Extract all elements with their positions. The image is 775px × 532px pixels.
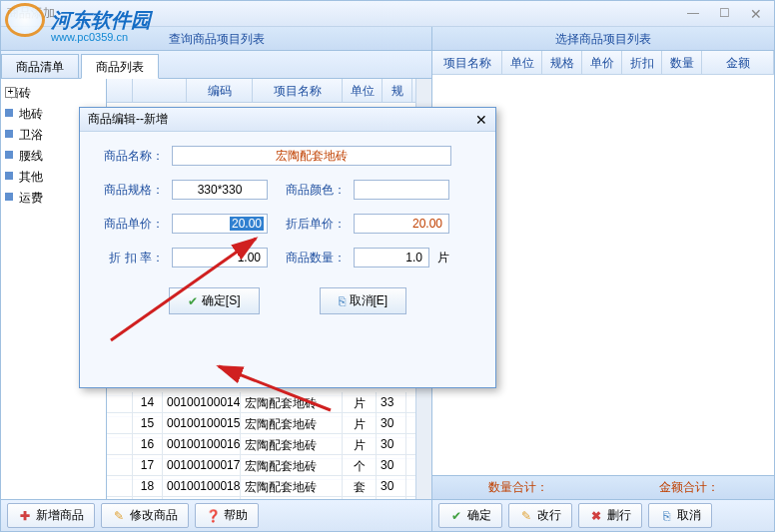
tab-product-summary[interactable]: 商品清单 <box>1 54 79 78</box>
discount-label: 折 扣 率： <box>100 250 164 266</box>
table-row[interactable]: 1400100100014宏陶配套地砖片33 <box>107 392 415 413</box>
add-icon: ✚ <box>18 509 32 523</box>
exit-icon: ⎘ <box>659 509 673 523</box>
x-icon: ✖ <box>589 509 603 523</box>
name-input[interactable] <box>172 146 451 166</box>
right-grid-header: 项目名称 单位 规格 单价 折扣 数量 金额 <box>432 51 774 75</box>
maximize-button[interactable]: ☐ <box>713 6 736 22</box>
table-row[interactable]: 1500100100015宏陶配套地砖片30 <box>107 413 415 434</box>
door-icon: ⎘ <box>339 294 346 308</box>
qty-total-label: 数量合计： <box>488 479 548 496</box>
qty-label: 商品数量： <box>276 250 346 266</box>
close-button[interactable]: ✕ <box>744 6 768 22</box>
discount-input[interactable] <box>172 248 268 267</box>
check-icon: ✔ <box>188 294 198 308</box>
color-label: 商品颜色： <box>276 182 346 199</box>
delete-row-button[interactable]: ✖删行 <box>578 503 642 528</box>
col-spec[interactable]: 规 <box>383 79 412 102</box>
totals-bar: 数量合计： 金额合计： <box>432 475 774 499</box>
right-toolbar: ✔确定 ✎改行 ✖删行 ⎘取消 <box>432 499 774 531</box>
table-row[interactable]: 1600100100016宏陶配套地砖片30 <box>107 434 415 455</box>
pencil-icon: ✎ <box>519 509 533 523</box>
cancel-button[interactable]: ⎘取消 <box>648 503 712 528</box>
table-row[interactable]: 1800100100018宏陶配套地砖套30 <box>107 476 415 497</box>
price-label: 商品单价： <box>100 216 164 233</box>
rcol-price[interactable]: 单价 <box>582 51 622 74</box>
left-panel-header: 查询商品项目列表 <box>1 27 431 51</box>
modal-cancel-button[interactable]: ⎘取消[E] <box>320 287 407 314</box>
check-icon: ✔ <box>449 509 463 523</box>
product-edit-modal: 商品编辑--新增 ✕ 商品名称： 商品规格： 商品颜色： 商品单价： 20.00… <box>79 107 496 388</box>
col-name[interactable]: 项目名称 <box>253 79 343 102</box>
rcol-amt[interactable]: 金额 <box>702 51 774 74</box>
col-idx <box>133 79 187 102</box>
modal-close-button[interactable]: ✕ <box>475 112 487 128</box>
tab-product-list[interactable]: 商品列表 <box>81 54 159 79</box>
amt-total-label: 金额合计： <box>659 479 719 496</box>
rcol-name[interactable]: 项目名称 <box>432 51 502 74</box>
modal-titlebar: 商品编辑--新增 ✕ <box>80 108 495 132</box>
col-blank <box>107 79 133 102</box>
tree-item-wall-tile[interactable]: 墙砖 <box>3 83 104 104</box>
right-panel-header: 选择商品项目列表 <box>432 27 774 51</box>
disc-price-input[interactable] <box>354 214 449 234</box>
window-title: 商品添加 <box>7 5 55 22</box>
modal-body: 商品名称： 商品规格： 商品颜色： 商品单价： 20.00 折后单价： 折 扣 … <box>80 132 495 328</box>
modal-title-text: 商品编辑--新增 <box>88 111 168 128</box>
qty-unit: 片 <box>437 250 449 266</box>
qty-input[interactable] <box>354 248 429 267</box>
main-window: 河东软件园 www.pc0359.cn 商品添加 — ☐ ✕ 查询商品项目列表 … <box>0 0 775 532</box>
titlebar: 商品添加 — ☐ ✕ <box>1 1 774 27</box>
price-input[interactable]: 20.00 <box>172 214 268 234</box>
help-icon: ❓ <box>206 509 220 523</box>
edit-icon: ✎ <box>112 509 126 523</box>
edit-product-button[interactable]: ✎修改商品 <box>101 503 189 528</box>
name-label: 商品名称： <box>100 148 164 165</box>
confirm-button[interactable]: ✔确定 <box>438 503 502 528</box>
rcol-spec[interactable]: 规格 <box>542 51 582 74</box>
modify-row-button[interactable]: ✎改行 <box>508 503 572 528</box>
disc-price-label: 折后单价： <box>276 216 346 233</box>
rcol-disc[interactable]: 折扣 <box>622 51 662 74</box>
rcol-unit[interactable]: 单位 <box>502 51 542 74</box>
modal-ok-button[interactable]: ✔确定[S] <box>169 287 260 314</box>
minimize-button[interactable]: — <box>681 6 705 22</box>
table-row[interactable]: 1700100100017宏陶配套地砖个30 <box>107 455 415 476</box>
rcol-qty[interactable]: 数量 <box>662 51 702 74</box>
color-input[interactable] <box>354 180 449 200</box>
col-code[interactable]: 编码 <box>187 79 253 102</box>
col-unit[interactable]: 单位 <box>343 79 383 102</box>
left-grid-header: 编码 项目名称 单位 规 <box>107 79 415 103</box>
left-toolbar: ✚新增商品 ✎修改商品 ❓帮助 <box>1 499 431 531</box>
spec-input[interactable] <box>172 180 268 200</box>
help-button[interactable]: ❓帮助 <box>195 503 259 528</box>
add-product-button[interactable]: ✚新增商品 <box>7 503 95 528</box>
spec-label: 商品规格： <box>100 182 164 199</box>
tabs: 商品清单 商品列表 <box>1 51 431 79</box>
